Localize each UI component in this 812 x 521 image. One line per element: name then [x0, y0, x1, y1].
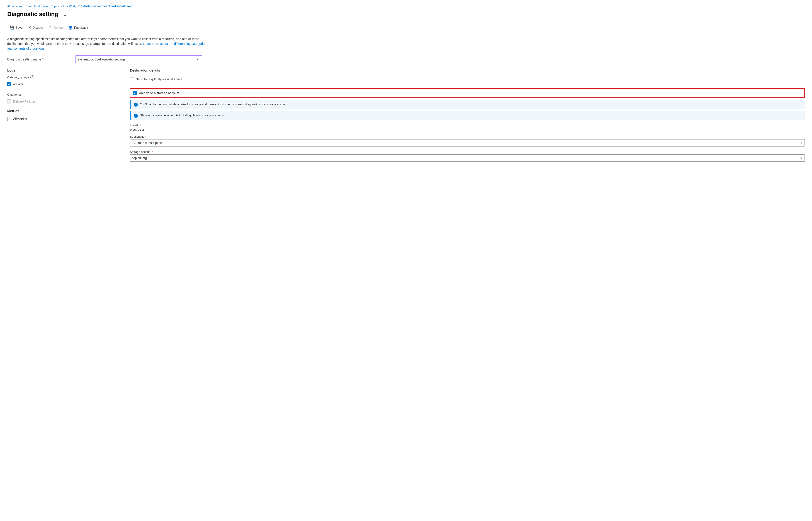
log-analytics-checkbox[interactable]	[130, 77, 134, 81]
page-title: Diagnostic setting	[7, 10, 58, 18]
archive-checkbox-row: Archive to a storage account	[130, 88, 805, 98]
info-banner-classic-accounts: i Showing all storage accounts including…	[130, 111, 805, 120]
breadcrumb-event-grid[interactable]: Event Grid System Topics	[26, 4, 60, 8]
discard-button[interactable]: ✕ Discard	[26, 24, 45, 31]
toolbar: 💾 Save ✕ Discard 🗑 Delete 👤 Feedback	[7, 22, 805, 33]
storage-account-label: Storage account	[130, 150, 805, 154]
storage-account-value: topic01stg	[132, 156, 147, 160]
delete-button: 🗑 Delete	[46, 24, 65, 31]
delivery-failures-checkbox	[7, 99, 11, 104]
feedback-button[interactable]: 👤 Feedback	[66, 24, 90, 31]
page-title-row: Diagnostic setting ...	[7, 10, 805, 18]
breadcrumb-sep-2: ›	[61, 5, 62, 8]
storage-account-group: Storage account topic01stg ∨	[130, 150, 805, 162]
archive-label: Archive to a storage account	[139, 91, 179, 95]
description-text: A diagnostic setting specifies a list of…	[7, 37, 211, 51]
delivery-failures-label: DeliveryFailures	[13, 99, 36, 103]
location-label: Location	[130, 123, 805, 127]
info-icon-1: i	[134, 103, 138, 107]
save-label: Save	[16, 26, 23, 29]
setting-name-input[interactable]: systemtopic01-diagnostic-settings ✓	[75, 55, 202, 63]
delivery-failures-row: DeliveryFailures	[7, 98, 116, 105]
discard-label: Discard	[33, 26, 43, 29]
location-group: Location West US 2	[130, 123, 805, 131]
feedback-icon: 👤	[68, 25, 73, 30]
info-icon-2: i	[134, 114, 138, 118]
all-metrics-checkbox[interactable]	[7, 117, 11, 121]
log-analytics-label: Send to Log Analytics workspace	[136, 77, 182, 81]
save-icon: 💾	[9, 25, 14, 30]
all-metrics-label: AllMetrics	[13, 117, 27, 121]
categories-section: Categories DeliveryFailures	[7, 93, 116, 105]
metrics-section-title: Metrics	[7, 109, 116, 113]
checkmark-icon: ✓	[197, 57, 200, 61]
setting-name-label: Diagnostic setting name*	[7, 58, 75, 61]
breadcrumb-sep-1: ›	[24, 5, 24, 8]
setting-name-row: Diagnostic setting name* systemtopic01-d…	[7, 55, 805, 63]
required-star: *	[42, 58, 43, 61]
subscription-chevron-icon: ∨	[800, 141, 802, 144]
category-groups-info-icon[interactable]: i	[30, 75, 34, 79]
left-panel: Logs Category groups i allLogs Categorie…	[7, 68, 125, 162]
discard-icon: ✕	[28, 25, 31, 30]
all-logs-row: allLogs	[7, 81, 116, 87]
category-groups-label: Category groups i	[7, 75, 116, 79]
subscription-group: Subscription Contoso subscription ∨	[130, 135, 805, 146]
storage-account-dropdown[interactable]: topic01stg ∨	[130, 154, 805, 162]
save-button[interactable]: 💾 Save	[7, 24, 25, 31]
all-logs-label: allLogs	[13, 83, 23, 86]
right-panel: Destination details Send to Log Analytic…	[125, 68, 805, 162]
breadcrumb-topic[interactable]: topic01stg-811a624a-8a77-437e-89de-dfeb5…	[63, 4, 133, 8]
subscription-dropdown[interactable]: Contoso subscription ∨	[130, 139, 805, 146]
storage-account-chevron-icon: ∨	[800, 156, 802, 160]
metrics-section: Metrics AllMetrics	[7, 109, 116, 122]
breadcrumb: All services › Event Grid System Topics …	[7, 4, 805, 8]
categories-label: Categories	[7, 93, 116, 96]
subscription-value: Contoso subscription	[132, 141, 162, 145]
destination-details-title: Destination details	[130, 68, 805, 72]
info-banner-storage-charge: i You'll be charged normal data rates fo…	[130, 100, 805, 109]
log-analytics-row: Send to Log Analytics workspace	[130, 76, 805, 83]
delete-label: Delete	[54, 26, 63, 29]
location-value: West US 2	[130, 128, 805, 131]
breadcrumb-all-services[interactable]: All services	[7, 4, 22, 8]
ellipsis-button[interactable]: ...	[61, 11, 67, 17]
all-logs-checkbox[interactable]	[7, 82, 11, 86]
feedback-label: Feedback	[74, 26, 88, 29]
logs-section-title: Logs	[7, 68, 116, 72]
subscription-label: Subscription	[130, 135, 805, 138]
archive-checkbox[interactable]	[133, 91, 137, 95]
main-content: Logs Category groups i allLogs Categorie…	[7, 68, 805, 162]
all-metrics-row: AllMetrics	[7, 116, 116, 122]
breadcrumb-sep-3: ›	[134, 5, 135, 8]
delete-icon: 🗑	[48, 26, 52, 30]
